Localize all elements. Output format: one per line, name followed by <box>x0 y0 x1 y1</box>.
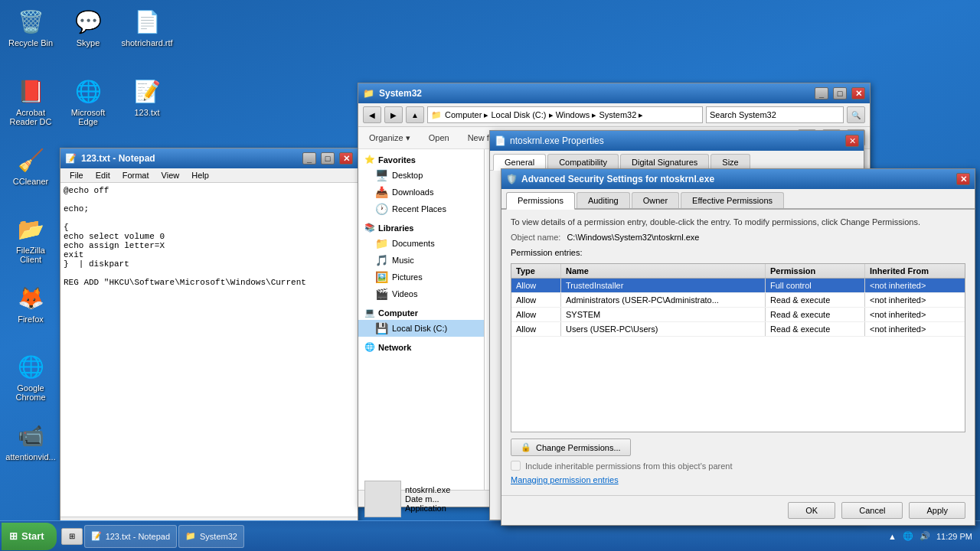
sidebar-item-pictures[interactable]: 🖼️ Pictures <box>358 269 484 285</box>
perm-row-3[interactable]: Allow Users (USER-PC\Users) Read & execu… <box>511 322 965 337</box>
explorer-close-button[interactable]: ✕ <box>851 87 865 99</box>
security-titlebar[interactable]: 🛡️ Advanced Security Settings for ntoskr… <box>501 169 975 189</box>
notepad-menu-help[interactable]: Help <box>185 170 215 181</box>
taskbar-item-notepad[interactable]: 📝 123.txt - Notepad <box>84 525 177 548</box>
start-button[interactable]: ⊞ Start <box>2 523 57 550</box>
address-bar[interactable]: 📁 Computer ▸ Local Disk (C:) ▸ Windows ▸… <box>427 106 703 123</box>
status-thumb: ntoskrnl.exe Date m... Application <box>364 481 450 517</box>
sidebar-local-disk-label: Local Disk (C:) <box>392 324 447 333</box>
sidebar-item-downloads[interactable]: 📥 Downloads <box>358 184 484 201</box>
notepad-menu-format[interactable]: Format <box>116 170 155 181</box>
notepad-close-button[interactable]: ✕ <box>339 152 353 165</box>
sidebar-network-header[interactable]: 🌐 Network <box>358 340 484 354</box>
desktop-icon-shotrichard[interactable]: 📄 shotrichard.rtf <box>120 3 174 51</box>
security-ok-button[interactable]: OK <box>788 502 835 519</box>
sidebar-desktop-label: Desktop <box>392 171 423 180</box>
perm-type-0: Allow <box>511 279 561 292</box>
address-bar-icon: 📁 <box>431 110 442 120</box>
perm-row-1[interactable]: Allow Administrators (USER-PC\Administra… <box>511 293 965 308</box>
desktop-icon-acrobat[interactable]: 📕 Acrobat Reader DC <box>4 73 57 129</box>
desktop-icon-123txt[interactable]: 📝 123.txt <box>120 73 174 120</box>
explorer-titlebar[interactable]: 📁 System32 _ □ ✕ <box>358 83 870 103</box>
desktop-icon-firefox[interactable]: 🦊 Firefox <box>4 279 57 327</box>
sidebar-item-videos[interactable]: 🎬 Videos <box>358 285 484 302</box>
explorer-minimize-button[interactable]: _ <box>815 87 828 99</box>
sec-tab-effective-permissions[interactable]: Effective Permissions <box>681 192 784 208</box>
search-button[interactable]: 🔍 <box>847 106 865 123</box>
desktop-icon-skype[interactable]: 💬 Skype <box>61 3 115 51</box>
tray-up-arrow-icon[interactable]: ▲ <box>888 532 897 541</box>
perm-row-0[interactable]: Allow TrustedInstaller Full control <not… <box>511 279 965 293</box>
music-icon: 🎵 <box>375 254 388 266</box>
sec-tab-auditing[interactable]: Auditing <box>577 192 630 208</box>
search-box[interactable]: Search System32 <box>706 106 844 123</box>
explorer-maximize-button[interactable]: □ <box>833 87 847 99</box>
sec-tab-owner[interactable]: Owner <box>632 192 679 208</box>
recycle-bin-label: Recycle Bin <box>8 38 53 47</box>
taskbar-item-explorer[interactable]: 📁 System32 <box>178 525 244 548</box>
recycle-bin-icon: 🗑️ <box>15 6 46 37</box>
security-cancel-button[interactable]: Cancel <box>841 502 903 519</box>
notepad-text-content[interactable]: @echo off echo; { echo select volume 0 e… <box>60 183 358 517</box>
prop-tab-digital-signatures[interactable]: Digital Signatures <box>620 154 709 170</box>
notepad-minimize-button[interactable]: _ <box>302 152 316 165</box>
network-icon: 🌐 <box>364 342 375 352</box>
back-button[interactable]: ◀ <box>363 106 381 123</box>
sec-tab-permissions[interactable]: Permissions <box>506 192 575 210</box>
status-thumbnail <box>364 481 401 517</box>
desktop-icon-chrome[interactable]: 🌐 Google Chrome <box>4 348 57 405</box>
desktop-icon-msedge[interactable]: 🌐 Microsoft Edge <box>61 73 115 129</box>
sidebar-favorites-header[interactable]: ⭐ Favorites <box>358 152 484 167</box>
perm-name-1: Administrators (USER-PC\Administrato... <box>561 293 766 307</box>
security-close-button[interactable]: ✕ <box>956 173 970 185</box>
taskbar-clock[interactable]: 11:29 PM <box>936 532 972 541</box>
prop-tab-size[interactable]: Size <box>710 154 750 170</box>
notepad-menu-edit[interactable]: Edit <box>90 170 116 181</box>
taskbar-time: 11:29 PM <box>936 532 972 541</box>
desktop-icon-attentionvid[interactable]: 📹 attentionvid... <box>4 417 57 465</box>
forward-button[interactable]: ▶ <box>384 106 403 123</box>
desktop-icon-ccleaner[interactable]: 🧹 CCleaner <box>4 142 57 189</box>
computer-icon: 💻 <box>364 308 375 318</box>
tray-network-icon[interactable]: 🌐 <box>903 531 913 541</box>
tray-volume-icon[interactable]: 🔊 <box>920 531 930 541</box>
up-button[interactable]: ▲ <box>406 106 424 123</box>
col-type: Type <box>511 264 561 278</box>
notepad-titlebar[interactable]: 📝 123.txt - Notepad _ □ ✕ <box>60 148 358 168</box>
sidebar-item-documents[interactable]: 📁 Documents <box>358 235 484 252</box>
inherit-checkbox-row: Include inheritable permissions from thi… <box>511 461 965 471</box>
change-permissions-button[interactable]: 🔒 Change Permissions... <box>511 439 631 456</box>
organize-button[interactable]: Organize ▾ <box>363 132 416 145</box>
sidebar-computer-header[interactable]: 💻 Computer <box>358 305 484 320</box>
taskbar-show-desktop[interactable]: ⊞ <box>61 528 83 545</box>
attentionvid-label: attentionvid... <box>5 452 55 461</box>
properties-titlebar[interactable]: 📄 ntoskrnl.exe Properties ✕ <box>490 131 864 151</box>
sidebar-item-local-disk[interactable]: 💾 Local Disk (C:) <box>358 320 484 337</box>
sidebar-item-desktop[interactable]: 🖥️ Desktop <box>358 167 484 184</box>
desktop-icon-recycle-bin[interactable]: 🗑️ Recycle Bin <box>4 3 57 51</box>
desktop-icon-filezilla[interactable]: 📂 FileZilla Client <box>4 210 57 267</box>
security-apply-button[interactable]: Apply <box>909 502 965 519</box>
notepad-maximize-button[interactable]: □ <box>321 152 335 165</box>
security-info-text: To view details of a permission entry, d… <box>511 217 965 227</box>
manage-permission-entries-link[interactable]: Managing permission entries <box>511 475 965 484</box>
taskbar-notepad-icon: 📝 <box>91 531 102 541</box>
sidebar-item-recent-places[interactable]: 🕐 Recent Places <box>358 201 484 217</box>
notepad-menu-view[interactable]: View <box>155 170 186 181</box>
perm-type-1: Allow <box>511 293 561 307</box>
properties-close-button[interactable]: ✕ <box>845 135 859 147</box>
notepad-icon: 📝 <box>65 153 77 164</box>
prop-tab-compatibility[interactable]: Compatibility <box>547 154 619 170</box>
sidebar-item-music[interactable]: 🎵 Music <box>358 252 484 269</box>
perm-row-2[interactable]: Allow SYSTEM Read & execute <not inherit… <box>511 308 965 322</box>
taskbar-items: ⊞ 📝 123.txt - Notepad 📁 System32 <box>61 525 888 548</box>
perm-type-2: Allow <box>511 308 561 321</box>
msedge-icon: 🌐 <box>73 76 103 106</box>
inherit-checkbox[interactable] <box>511 461 521 471</box>
favorites-icon: ⭐ <box>364 155 375 165</box>
ccleaner-label: CCleaner <box>13 177 48 186</box>
notepad-menu-file[interactable]: File <box>64 170 90 181</box>
open-button[interactable]: Open <box>423 132 456 144</box>
sidebar-libraries-header[interactable]: 📚 Libraries <box>358 220 484 235</box>
properties-title: ntoskrnl.exe Properties <box>510 135 604 146</box>
